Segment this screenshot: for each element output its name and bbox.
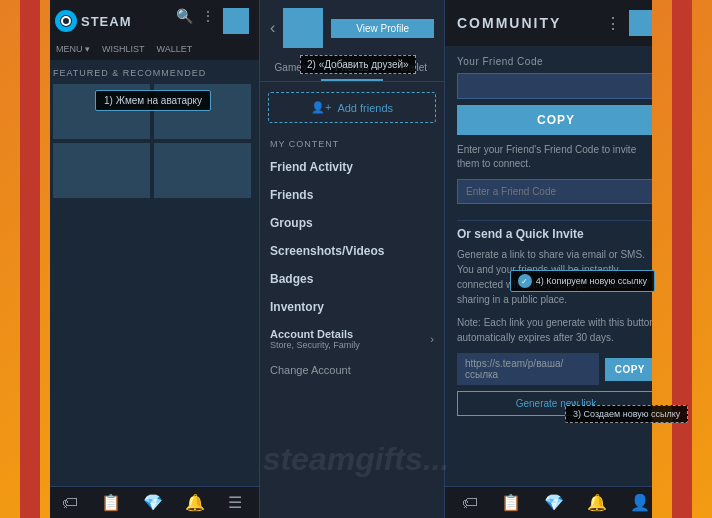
nav-icon-library[interactable]: 📋 xyxy=(101,493,121,512)
nav-icon-notifications[interactable]: 🔔 xyxy=(185,493,205,512)
menu-change-account[interactable]: Change Account xyxy=(260,357,444,383)
avatar[interactable] xyxy=(223,8,249,34)
note-text: Note: Each link you generate with this b… xyxy=(457,315,655,345)
featured-section: FEATURED & RECOMMENDED xyxy=(45,60,259,486)
profile-avatar[interactable] xyxy=(283,8,323,48)
featured-img-3 xyxy=(53,143,150,198)
friend-code-title: Your Friend Code xyxy=(457,56,655,67)
account-details-sub: Store, Security, Family xyxy=(270,340,360,350)
tooltip-copy-label: 4) Копируем новую ссылку xyxy=(536,276,647,286)
menu-badges[interactable]: Badges xyxy=(260,265,444,293)
community-panel: COMMUNITY ⋮ Your Friend Code COPY Enter … xyxy=(445,0,667,518)
check-icon: ✓ xyxy=(518,274,532,288)
view-profile-button[interactable]: View Profile xyxy=(331,19,434,38)
menu-friends[interactable]: Friends xyxy=(260,181,444,209)
link-row: https://s.team/p/ваша/ссылка COPY xyxy=(457,353,655,385)
quick-invite-title: Or send a Quick Invite xyxy=(457,227,655,241)
comm-nav-gems[interactable]: 💎 xyxy=(544,493,564,512)
community-title: COMMUNITY xyxy=(457,15,561,31)
gift-ribbon-left xyxy=(20,0,40,518)
enter-friend-code-input[interactable] xyxy=(457,179,655,204)
copy-friend-code-button[interactable]: COPY xyxy=(457,105,655,135)
link-url-text: https://s.team/p/ваша/ссылка xyxy=(457,353,599,385)
tooltip-avatar: 1) Жмем на аватарку xyxy=(95,90,211,111)
dropdown-header: ‹ View Profile xyxy=(260,0,444,56)
steam-header: STEAM 🔍 ⋮ xyxy=(45,0,259,42)
steam-panel: STEAM 🔍 ⋮ MENU ▾ WISHLIST WALLET 1) Жмем… xyxy=(45,0,260,518)
nav-wishlist[interactable]: WISHLIST xyxy=(97,42,150,56)
back-arrow-icon[interactable]: ‹ xyxy=(270,19,275,37)
nav-icon-gems[interactable]: 💎 xyxy=(143,493,163,512)
chevron-right-icon: › xyxy=(430,333,434,345)
divider xyxy=(457,220,655,221)
add-friends-icon: 👤+ xyxy=(311,101,331,114)
add-friends-button[interactable]: 👤+ Add friends xyxy=(268,92,436,123)
featured-label: FEATURED & RECOMMENDED xyxy=(53,68,251,78)
nav-bar: MENU ▾ WISHLIST WALLET xyxy=(45,42,259,60)
menu-account-details[interactable]: Account Details Store, Security, Family … xyxy=(260,321,444,357)
menu-friend-activity[interactable]: Friend Activity xyxy=(260,153,444,181)
community-header: COMMUNITY ⋮ xyxy=(445,0,667,46)
more-icon[interactable]: ⋮ xyxy=(201,8,215,34)
menu-groups[interactable]: Groups xyxy=(260,209,444,237)
gift-ribbon-right xyxy=(672,0,692,518)
comm-nav-library[interactable]: 📋 xyxy=(501,493,521,512)
header-icons: 🔍 ⋮ xyxy=(176,8,249,34)
nav-menu[interactable]: MENU ▾ xyxy=(51,42,95,56)
tooltip-copy-link: ✓ 4) Копируем новую ссылку xyxy=(510,270,655,292)
search-icon[interactable]: 🔍 xyxy=(176,8,193,34)
copy-link-button[interactable]: COPY xyxy=(605,358,655,381)
steam-logo: STEAM xyxy=(55,10,132,32)
comm-nav-profile[interactable]: 👤 xyxy=(630,493,650,512)
steam-label: STEAM xyxy=(81,14,132,29)
comm-nav-notif[interactable]: 🔔 xyxy=(587,493,607,512)
friend-code-input[interactable] xyxy=(457,73,655,99)
add-friends-label: Add friends xyxy=(337,102,393,114)
community-more-icon[interactable]: ⋮ xyxy=(605,14,621,33)
tooltip-new-link: 3) Создаем новую ссылку xyxy=(565,405,688,423)
steam-icon xyxy=(55,10,77,32)
menu-inventory[interactable]: Inventory xyxy=(260,293,444,321)
tooltip-add-friends: 2) «Добавить друзей» xyxy=(300,55,416,74)
my-content-label: MY CONTENT xyxy=(260,133,444,153)
featured-img-4 xyxy=(154,143,251,198)
community-bottom-nav: 🏷 📋 💎 🔔 👤 xyxy=(445,486,667,518)
nav-icon-menu[interactable]: ☰ xyxy=(228,493,242,512)
menu-screenshots[interactable]: Screenshots/Videos xyxy=(260,237,444,265)
helper-text-invite: Enter your Friend's Friend Code to invit… xyxy=(457,143,655,171)
nav-icon-tags[interactable]: 🏷 xyxy=(62,494,78,512)
comm-nav-tags[interactable]: 🏷 xyxy=(462,494,478,512)
profile-dropdown-panel: ‹ View Profile 2) «Добавить друзей» Game… xyxy=(260,0,445,518)
account-details-label: Account Details xyxy=(270,328,360,340)
nav-wallet[interactable]: WALLET xyxy=(152,42,198,56)
bottom-nav-left: 🏷 📋 💎 🔔 ☰ xyxy=(45,486,259,518)
